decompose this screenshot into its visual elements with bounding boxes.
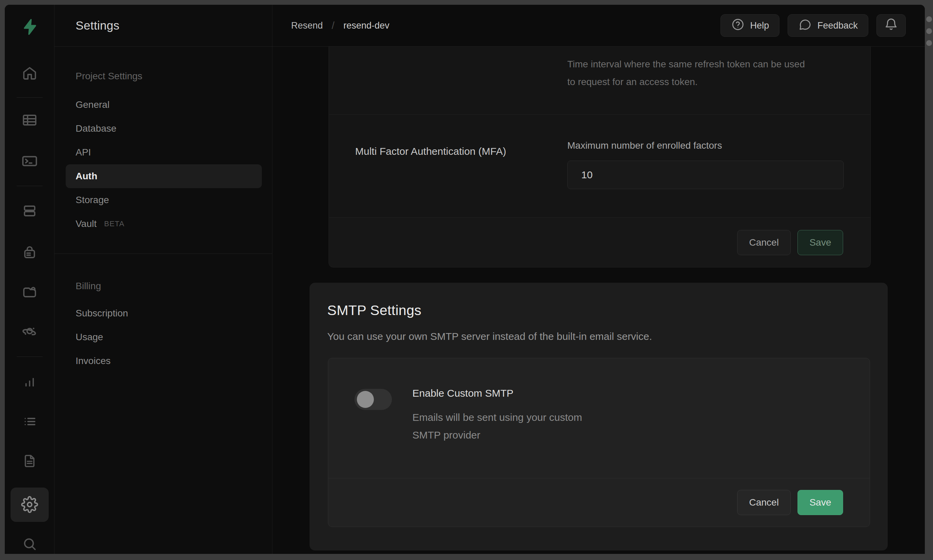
sidebar-item-edge-functions[interactable] bbox=[17, 321, 42, 341]
window-dot bbox=[926, 28, 932, 34]
settings-nav-header: Settings bbox=[54, 5, 272, 47]
icon-sidebar bbox=[5, 5, 54, 554]
storage-icon bbox=[22, 283, 38, 300]
sidebar-item-docs[interactable] bbox=[17, 451, 42, 471]
lock-icon bbox=[22, 244, 38, 260]
gear-icon bbox=[21, 496, 38, 513]
breadcrumb-project[interactable]: Resend bbox=[291, 20, 323, 31]
sidebar-item-auth[interactable] bbox=[17, 242, 42, 262]
breadcrumb-separator: / bbox=[332, 20, 335, 31]
settings-nav-menu: Project Settings General Database API Au… bbox=[54, 47, 272, 373]
window-control-dots bbox=[926, 16, 932, 46]
cancel-button[interactable]: Cancel bbox=[737, 230, 791, 255]
sidebar-item-search[interactable] bbox=[17, 534, 42, 554]
nav-item-invoices[interactable]: Invoices bbox=[66, 349, 262, 373]
smtp-title: SMTP Settings bbox=[327, 303, 888, 318]
app-window: Settings Project Settings General Databa… bbox=[5, 5, 925, 554]
help-button[interactable]: Help bbox=[720, 14, 780, 37]
mfa-max-factors-input[interactable] bbox=[567, 161, 844, 189]
breadcrumb-environment[interactable]: resend-dev bbox=[343, 20, 389, 31]
breadcrumb: Resend / resend-dev bbox=[291, 20, 390, 31]
search-icon bbox=[22, 536, 38, 552]
mfa-section-label: Multi Factor Authentication (MFA) bbox=[355, 146, 567, 157]
edge-functions-icon bbox=[21, 323, 38, 340]
topbar: Resend / resend-dev Help Feedback bbox=[272, 5, 925, 47]
feedback-button-label: Feedback bbox=[817, 20, 858, 31]
nav-item-storage[interactable]: Storage bbox=[66, 188, 262, 212]
window-dot bbox=[926, 40, 932, 46]
mfa-section: Multi Factor Authentication (MFA) Maximu… bbox=[329, 115, 870, 218]
mfa-field-label: Maximum number of enrolled factors bbox=[567, 140, 870, 151]
feedback-button[interactable]: Feedback bbox=[788, 14, 868, 37]
smtp-card-footer: Cancel Save bbox=[328, 478, 870, 527]
nav-item-api[interactable]: API bbox=[66, 140, 262, 164]
save-button[interactable]: Save bbox=[797, 490, 843, 515]
supabase-logo-icon[interactable] bbox=[21, 18, 39, 36]
table-editor-icon bbox=[22, 112, 38, 128]
help-circle-icon bbox=[731, 18, 745, 34]
sidebar-item-settings[interactable] bbox=[11, 488, 49, 522]
file-text-icon bbox=[22, 453, 37, 469]
nav-item-general[interactable]: General bbox=[66, 93, 262, 117]
save-button[interactable]: Save bbox=[797, 230, 843, 255]
nav-item-label: API bbox=[76, 147, 91, 158]
bell-icon bbox=[884, 17, 898, 34]
smtp-toggle-text: Enable Custom SMTP Emails will be sent u… bbox=[412, 388, 603, 478]
page-title: Settings bbox=[76, 19, 120, 32]
auth-settings-card: Time interval where the same refresh tok… bbox=[328, 47, 871, 268]
sidebar-item-table-editor[interactable] bbox=[17, 110, 42, 130]
nav-item-subscription[interactable]: Subscription bbox=[66, 302, 262, 325]
settings-nav-panel: Settings Project Settings General Databa… bbox=[54, 5, 272, 554]
rail-divider bbox=[17, 97, 43, 98]
nav-item-label: Vault bbox=[76, 218, 97, 229]
enable-custom-smtp-label: Enable Custom SMTP bbox=[412, 388, 603, 399]
notifications-button[interactable] bbox=[876, 14, 906, 37]
smtp-card: Enable Custom SMTP Emails will be sent u… bbox=[328, 358, 870, 527]
nav-item-label: Storage bbox=[76, 195, 109, 206]
nav-section-header-project-settings: Project Settings bbox=[54, 64, 272, 88]
toggle-knob bbox=[357, 391, 374, 408]
smtp-header: SMTP Settings You can use your own SMTP … bbox=[310, 283, 888, 342]
nav-item-label: Subscription bbox=[76, 308, 128, 319]
bar-chart-icon bbox=[22, 374, 37, 390]
refresh-token-section: Time interval where the same refresh tok… bbox=[329, 47, 870, 115]
sidebar-item-logs[interactable] bbox=[17, 412, 42, 431]
sql-editor-icon bbox=[21, 152, 38, 169]
nav-item-usage[interactable]: Usage bbox=[66, 325, 262, 349]
content-scroll-area[interactable]: Time interval where the same refresh tok… bbox=[272, 47, 925, 554]
main-area: Resend / resend-dev Help Feedback bbox=[272, 5, 925, 554]
chat-bubble-icon bbox=[798, 18, 812, 34]
nav-item-vault[interactable]: Vault BETA bbox=[66, 212, 262, 236]
nav-item-auth[interactable]: Auth bbox=[66, 164, 262, 188]
refresh-token-description: Time interval where the same refresh tok… bbox=[567, 55, 806, 91]
rail-divider bbox=[17, 186, 43, 186]
beta-badge: BETA bbox=[104, 220, 125, 228]
list-icon bbox=[22, 413, 38, 430]
sidebar-item-database[interactable] bbox=[17, 201, 42, 221]
window-dot bbox=[926, 16, 932, 22]
home-icon bbox=[22, 65, 38, 81]
sidebar-item-home[interactable] bbox=[17, 63, 42, 83]
screen: Settings Project Settings General Databa… bbox=[0, 0, 933, 560]
smtp-card-body: Enable Custom SMTP Emails will be sent u… bbox=[328, 358, 870, 478]
nav-section-header-billing: Billing bbox=[54, 274, 272, 298]
nav-item-label: Invoices bbox=[76, 355, 111, 366]
help-button-label: Help bbox=[750, 20, 769, 31]
enable-custom-smtp-toggle[interactable] bbox=[355, 389, 392, 410]
sidebar-item-reports[interactable] bbox=[17, 372, 42, 392]
sidebar-item-sql-editor[interactable] bbox=[17, 151, 42, 171]
smtp-settings-section: SMTP Settings You can use your own SMTP … bbox=[310, 283, 888, 551]
topbar-actions: Help Feedback bbox=[720, 14, 906, 37]
enable-custom-smtp-description: Emails will be sent using your custom SM… bbox=[412, 409, 603, 444]
auth-settings-footer: Cancel Save bbox=[329, 218, 870, 267]
mfa-section-right: Maximum number of enrolled factors bbox=[567, 115, 870, 217]
sidebar-item-storage[interactable] bbox=[17, 282, 42, 302]
database-icon bbox=[22, 203, 38, 219]
nav-item-database[interactable]: Database bbox=[66, 117, 262, 140]
nav-item-label: General bbox=[76, 99, 109, 110]
nav-item-label: Auth bbox=[76, 171, 97, 182]
rail-divider bbox=[17, 357, 43, 357]
smtp-description: You can use your own SMTP server instead… bbox=[327, 331, 888, 342]
cancel-button[interactable]: Cancel bbox=[737, 490, 791, 515]
nav-item-label: Database bbox=[76, 123, 116, 134]
